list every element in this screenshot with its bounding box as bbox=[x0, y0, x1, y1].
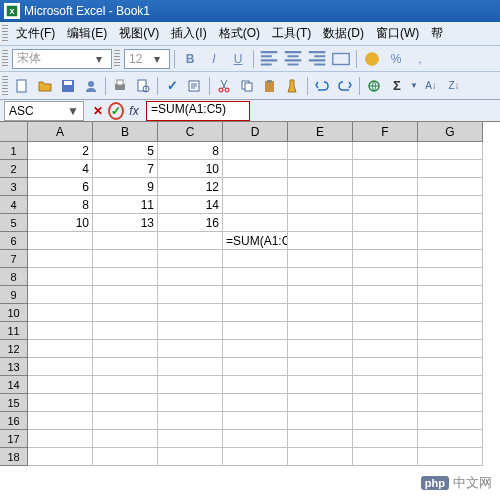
cell[interactable]: 10 bbox=[158, 160, 223, 178]
cell[interactable] bbox=[418, 250, 483, 268]
cell[interactable]: 5 bbox=[93, 142, 158, 160]
menu-help[interactable]: 帮 bbox=[425, 23, 449, 44]
cell[interactable]: =SUM(A1:C bbox=[223, 232, 288, 250]
cell[interactable] bbox=[93, 286, 158, 304]
row-header[interactable]: 11 bbox=[0, 322, 28, 340]
cell[interactable] bbox=[158, 286, 223, 304]
cell[interactable] bbox=[353, 304, 418, 322]
research-button[interactable] bbox=[184, 75, 206, 97]
align-left-button[interactable] bbox=[258, 48, 280, 70]
cell[interactable]: 13 bbox=[93, 214, 158, 232]
cell[interactable] bbox=[288, 232, 353, 250]
row-header[interactable]: 4 bbox=[0, 196, 28, 214]
enter-icon[interactable]: ✓ bbox=[108, 102, 124, 120]
menu-tools[interactable]: 工具(T) bbox=[266, 23, 317, 44]
cell[interactable] bbox=[28, 430, 93, 448]
cell[interactable] bbox=[28, 232, 93, 250]
open-button[interactable] bbox=[34, 75, 56, 97]
cell[interactable] bbox=[288, 358, 353, 376]
cell[interactable] bbox=[223, 214, 288, 232]
currency-button[interactable] bbox=[361, 48, 383, 70]
row-header[interactable]: 6 bbox=[0, 232, 28, 250]
bold-button[interactable]: B bbox=[179, 48, 201, 70]
cell[interactable] bbox=[353, 160, 418, 178]
cell[interactable] bbox=[93, 430, 158, 448]
cell[interactable] bbox=[353, 142, 418, 160]
cell[interactable] bbox=[28, 286, 93, 304]
format-painter-button[interactable] bbox=[282, 75, 304, 97]
cell[interactable] bbox=[158, 322, 223, 340]
cell[interactable] bbox=[418, 430, 483, 448]
percent-button[interactable]: % bbox=[385, 48, 407, 70]
cell[interactable] bbox=[223, 448, 288, 466]
row-header[interactable]: 7 bbox=[0, 250, 28, 268]
menu-format[interactable]: 格式(O) bbox=[213, 23, 266, 44]
cell[interactable] bbox=[288, 160, 353, 178]
cell[interactable] bbox=[28, 340, 93, 358]
menu-file[interactable]: 文件(F) bbox=[10, 23, 61, 44]
cell[interactable] bbox=[353, 376, 418, 394]
comma-button[interactable]: , bbox=[409, 48, 431, 70]
cell[interactable] bbox=[223, 286, 288, 304]
save-button[interactable] bbox=[57, 75, 79, 97]
cell[interactable] bbox=[93, 268, 158, 286]
cell[interactable] bbox=[158, 304, 223, 322]
sort-desc-button[interactable]: Z↓ bbox=[443, 75, 465, 97]
cell[interactable] bbox=[223, 250, 288, 268]
cell[interactable]: 7 bbox=[93, 160, 158, 178]
cut-button[interactable] bbox=[213, 75, 235, 97]
cell[interactable] bbox=[93, 394, 158, 412]
cell[interactable] bbox=[223, 358, 288, 376]
name-box[interactable]: ASC ▼ bbox=[4, 101, 84, 121]
row-header[interactable]: 9 bbox=[0, 286, 28, 304]
cell[interactable] bbox=[28, 250, 93, 268]
cell[interactable] bbox=[353, 394, 418, 412]
row-header[interactable]: 15 bbox=[0, 394, 28, 412]
cell[interactable]: 8 bbox=[158, 142, 223, 160]
hyperlink-button[interactable] bbox=[363, 75, 385, 97]
cell[interactable] bbox=[418, 448, 483, 466]
row-header[interactable]: 10 bbox=[0, 304, 28, 322]
menu-data[interactable]: 数据(D) bbox=[317, 23, 370, 44]
cell[interactable] bbox=[158, 232, 223, 250]
paste-button[interactable] bbox=[259, 75, 281, 97]
cell[interactable] bbox=[223, 322, 288, 340]
cell[interactable] bbox=[353, 448, 418, 466]
menu-insert[interactable]: 插入(I) bbox=[165, 23, 212, 44]
cell[interactable]: 2 bbox=[28, 142, 93, 160]
cell[interactable] bbox=[93, 250, 158, 268]
undo-button[interactable] bbox=[311, 75, 333, 97]
cell[interactable] bbox=[223, 394, 288, 412]
cell[interactable] bbox=[288, 286, 353, 304]
cell[interactable] bbox=[288, 214, 353, 232]
row-header[interactable]: 13 bbox=[0, 358, 28, 376]
autosum-button[interactable]: Σ bbox=[386, 75, 408, 97]
cell[interactable] bbox=[353, 232, 418, 250]
cancel-icon[interactable]: ✕ bbox=[90, 104, 106, 118]
cell[interactable] bbox=[353, 340, 418, 358]
cell[interactable] bbox=[353, 268, 418, 286]
cell[interactable] bbox=[223, 178, 288, 196]
cell[interactable]: 14 bbox=[158, 196, 223, 214]
cell[interactable] bbox=[28, 358, 93, 376]
align-right-button[interactable] bbox=[306, 48, 328, 70]
column-header[interactable]: G bbox=[418, 122, 483, 142]
column-header[interactable]: C bbox=[158, 122, 223, 142]
cell[interactable] bbox=[418, 214, 483, 232]
cell[interactable]: 10 bbox=[28, 214, 93, 232]
row-header[interactable]: 5 bbox=[0, 214, 28, 232]
font-size-select[interactable]: 12 ▾ bbox=[124, 49, 170, 69]
row-header[interactable]: 18 bbox=[0, 448, 28, 466]
print-preview-button[interactable] bbox=[132, 75, 154, 97]
column-header[interactable]: D bbox=[223, 122, 288, 142]
cell[interactable] bbox=[93, 358, 158, 376]
cell[interactable] bbox=[353, 286, 418, 304]
cell[interactable] bbox=[418, 142, 483, 160]
cell[interactable] bbox=[418, 286, 483, 304]
cell[interactable] bbox=[353, 250, 418, 268]
cell[interactable] bbox=[223, 196, 288, 214]
cell[interactable] bbox=[288, 322, 353, 340]
cell[interactable] bbox=[93, 412, 158, 430]
cell[interactable] bbox=[418, 196, 483, 214]
select-all-corner[interactable] bbox=[0, 122, 28, 142]
